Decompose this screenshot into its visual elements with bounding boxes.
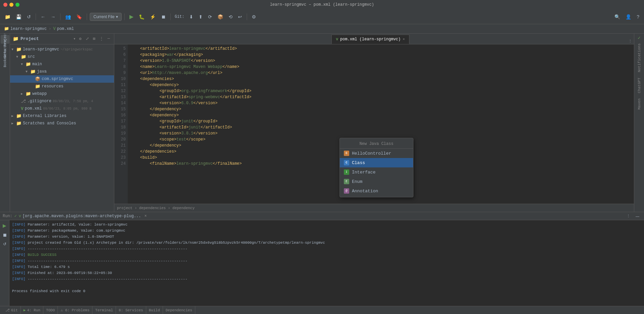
run-button[interactable]: ▶ bbox=[127, 12, 135, 21]
window-controls[interactable] bbox=[3, 3, 19, 7]
git-stash-btn[interactable]: 📦 bbox=[215, 13, 225, 21]
log-line-6: [INFO] BUILD SUCCESS bbox=[12, 252, 641, 258]
git-push-btn[interactable]: ⬆ bbox=[197, 13, 205, 21]
tree-item-external-libs[interactable]: ▶ 📁 External Libraries bbox=[10, 112, 114, 120]
log-line-5: [INFO] ---------------------------------… bbox=[12, 246, 641, 252]
toolbar-sep-6 bbox=[247, 13, 247, 20]
git-history-btn[interactable]: ⟲ bbox=[227, 13, 235, 21]
toolbar-forward-btn[interactable]: → bbox=[49, 13, 57, 21]
git-rollback-btn[interactable]: ↩ bbox=[236, 13, 244, 21]
status-tab-todo[interactable]: TODO bbox=[43, 306, 58, 314]
status-tab-problems[interactable]: ⚠ 6: Problems bbox=[58, 306, 92, 314]
editor-breadcrumb-text: project › dependencies › dependency bbox=[117, 206, 195, 210]
stop-button[interactable]: ⏹ bbox=[159, 13, 168, 21]
settings-btn[interactable]: ⚙ bbox=[250, 13, 258, 21]
run-icon-status: ▶ bbox=[24, 308, 26, 312]
menu-header: New Java Class bbox=[340, 140, 413, 149]
tree-item-root[interactable]: ▼ 📁 learn-springmvc ~/springworkspac bbox=[10, 46, 114, 53]
git-sync-btn[interactable]: ⟳ bbox=[206, 13, 214, 21]
run-side-controls: ▶ ⏹ ↺ bbox=[0, 220, 9, 306]
panel-settings-btn[interactable]: ⚙ bbox=[78, 36, 83, 42]
right-checkmark: ✓ bbox=[638, 35, 640, 41]
bookmarks-tool-btn[interactable]: Bookmarks bbox=[1, 54, 9, 63]
tree-item-com-springmvc[interactable]: 📦 com.springmvc bbox=[10, 75, 114, 83]
tree-label-scratches: Scratches and Consoles bbox=[23, 121, 76, 126]
search-everywhere-btn[interactable]: 🔍 bbox=[612, 13, 622, 21]
run-tab[interactable]: V [org.apache.maven.plugins:maven-archet… bbox=[19, 214, 141, 219]
status-services-label: 8: Services bbox=[119, 308, 143, 312]
tree-item-java[interactable]: ▼ 📁 java bbox=[10, 68, 114, 75]
panel-expand-btn[interactable]: ⤢ bbox=[84, 36, 90, 42]
toolbar-bookmark-btn[interactable]: 🔖 bbox=[74, 13, 84, 21]
debug-button[interactable]: 🐛 bbox=[137, 13, 147, 21]
help-btn[interactable]: ? bbox=[635, 13, 641, 21]
chatgpt-label[interactable]: ChatGPT bbox=[636, 75, 643, 96]
tree-item-gitignore[interactable]: ⎇ .gitignore 09/06/23, 7:58 pm, 4 bbox=[10, 97, 114, 105]
code-line-6: <packaging>war</packaging> bbox=[130, 52, 631, 58]
profile-btn[interactable]: 👤 bbox=[623, 13, 633, 21]
current-file-chevron: ▾ bbox=[116, 14, 118, 19]
toolbar-people-btn[interactable]: 👥 bbox=[63, 13, 73, 21]
status-tab-services[interactable]: 8: Services bbox=[116, 306, 146, 314]
tree-item-pom[interactable]: V pom.xml 09/06/23, 8:05 pm, 980 B bbox=[10, 105, 114, 112]
status-tab-terminal[interactable]: Terminal bbox=[92, 306, 116, 314]
run-with-coverage-btn[interactable]: ⚡ bbox=[148, 13, 158, 21]
bottom-menu-btn[interactable]: ⋮ bbox=[625, 212, 632, 220]
panel-menu-btn[interactable]: ⋮ bbox=[98, 36, 105, 42]
notifications-label[interactable]: Notifications bbox=[636, 41, 643, 75]
tab-menu-btn[interactable]: ⋮ bbox=[627, 38, 634, 44]
menu-icon-class: C bbox=[344, 160, 349, 165]
tree-item-main[interactable]: ▼ 📁 main bbox=[10, 61, 114, 68]
tree-item-resources[interactable]: 📁 resources bbox=[10, 83, 114, 90]
tree-item-webapp[interactable]: ▶ 📁 webapp bbox=[10, 90, 114, 97]
panel-float-btn[interactable]: ⊞ bbox=[92, 36, 97, 42]
toolbar-save-btn[interactable]: 💾 bbox=[14, 13, 24, 21]
menu-icon-enum: E bbox=[344, 179, 349, 184]
run-play-btn[interactable]: ▶ bbox=[1, 222, 8, 230]
toolbar-open-btn[interactable]: 📁 bbox=[3, 13, 12, 21]
breadcrumb-file[interactable]: V pom.xml bbox=[53, 27, 74, 31]
toolbar-refresh-btn[interactable]: ↺ bbox=[25, 13, 33, 21]
code-line-8: <name>Learn-springmvc Maven Webapp</name… bbox=[130, 64, 631, 70]
log-line-4: [INFO] project created from Old (1.x) Ar… bbox=[12, 240, 641, 246]
run-tab-close[interactable]: × bbox=[145, 214, 147, 219]
menu-item-annotation[interactable]: @ Annotation bbox=[340, 186, 413, 196]
log-line-7: [INFO] ---------------------------------… bbox=[12, 258, 641, 264]
line-numbers: 5 6 7 8 9 10 11 12 13 14 15 16 17 18 19 … bbox=[114, 44, 128, 204]
minimize-button[interactable] bbox=[9, 3, 13, 7]
status-tab-run[interactable]: ▶ 4: Run bbox=[21, 306, 43, 314]
close-button[interactable] bbox=[3, 3, 7, 7]
run-stop-btn[interactable]: ⏹ bbox=[0, 231, 9, 239]
main-folder-icon: 📁 bbox=[26, 62, 31, 67]
editor-tab-pom[interactable]: V pom.xml (learn-springmvc) × bbox=[331, 35, 409, 44]
panel-dropdown-arrow[interactable]: ▾ bbox=[73, 36, 76, 41]
panel-close-btn[interactable]: — bbox=[106, 36, 111, 42]
status-tab-build[interactable]: Build bbox=[146, 306, 163, 314]
run-rerun-btn[interactable]: ↺ bbox=[1, 240, 8, 248]
status-tab-dependencies[interactable]: Dependencies bbox=[163, 306, 195, 314]
tree-label-java: java bbox=[37, 69, 47, 74]
status-bar: ⎇ Git ▶ 4: Run TODO ⚠ 6: Problems Termin… bbox=[0, 306, 644, 314]
breadcrumb-project[interactable]: 📁 learn-springmvc bbox=[4, 26, 47, 31]
maven-label[interactable]: Maven bbox=[636, 96, 643, 112]
tab-label-pom: pom.xml (learn-springmvc) bbox=[340, 37, 401, 42]
tree-item-scratches[interactable]: ▶ 📁 Scratches and Consoles bbox=[10, 120, 114, 127]
git-fetch-btn[interactable]: ⬇ bbox=[187, 13, 195, 21]
menu-item-interface[interactable]: I Interface bbox=[340, 167, 413, 177]
current-file-dropdown[interactable]: Current File ▾ bbox=[90, 13, 122, 21]
maximize-button[interactable] bbox=[15, 3, 19, 7]
menu-item-enum[interactable]: E Enum bbox=[340, 177, 413, 186]
tab-close-pom[interactable]: × bbox=[403, 37, 405, 41]
status-tab-git[interactable]: ⎇ Git bbox=[3, 306, 21, 314]
run-log-content: [INFO] Parameter: artifactId, Value: lea… bbox=[9, 220, 644, 306]
breadcrumb-sep: › bbox=[49, 27, 51, 31]
menu-item-class[interactable]: C Class bbox=[340, 158, 413, 167]
toolbar-back-btn[interactable]: ← bbox=[39, 13, 47, 21]
bottom-close-btn[interactable]: — bbox=[634, 212, 641, 220]
editor-breadcrumb: project › dependencies › dependency bbox=[114, 204, 634, 212]
tree-item-src[interactable]: ▼ 📁 src bbox=[10, 53, 114, 61]
toolbar-sep-3 bbox=[87, 13, 87, 20]
project-panel: 📁 Project ▾ ⚙ ⤢ ⊞ ⋮ — ▼ 📁 learn-springmv… bbox=[10, 34, 114, 212]
tree-label-webapp: webapp bbox=[32, 91, 47, 96]
menu-item-hello-controller[interactable]: C HelloController bbox=[340, 149, 413, 158]
